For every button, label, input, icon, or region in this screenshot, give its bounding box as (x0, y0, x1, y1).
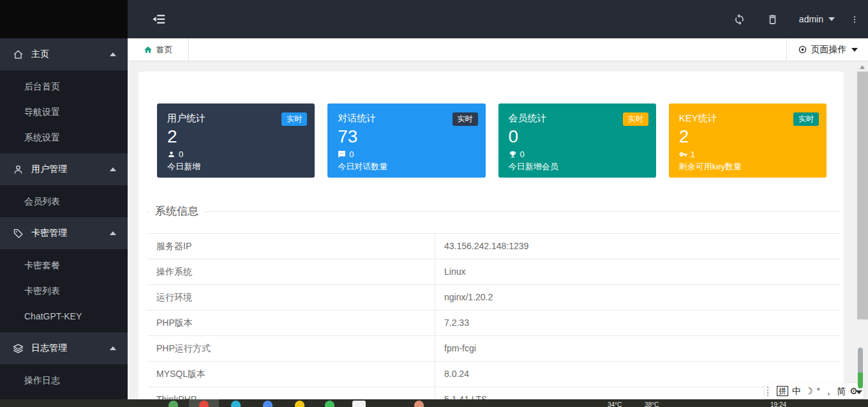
realtime-badge: 实时 (793, 112, 819, 126)
collapse-sidebar-icon[interactable] (152, 12, 166, 26)
stat-card-title: 对话统计 (338, 112, 376, 123)
taskbar-temperature[interactable]: 38°C (645, 401, 659, 407)
user-menu[interactable]: admin (799, 14, 835, 24)
realtime-badge: 实时 (281, 112, 307, 126)
taskbar-app-icon[interactable] (168, 401, 178, 407)
row-value: Linux (435, 259, 840, 284)
user-icon (167, 150, 176, 158)
scroll-thumb-mini[interactable] (858, 348, 863, 388)
content-panel: 用户统计 实时 2 0 今日新增 对话统计 实时 73 0 (138, 72, 844, 407)
admin-dashboard-screen: 主页 后台首页 导航设置 系统设置 用户管理 会员列表 卡密管理 卡密套餐 卡密… (0, 0, 868, 407)
sidebar-section-home[interactable]: 主页 (0, 38, 128, 70)
row-value: fpm-fcgi (435, 336, 840, 361)
chevron-up-icon (110, 167, 116, 171)
ime-chinese-mode[interactable]: 中 (792, 385, 801, 397)
topbar-actions: admin (733, 0, 868, 38)
moon-icon[interactable]: ☽ (805, 385, 813, 397)
taskbar-app-icon[interactable] (325, 401, 334, 407)
chevron-up-icon (110, 346, 116, 350)
refresh-icon[interactable] (733, 13, 745, 26)
taskbar-app-icon[interactable] (295, 401, 304, 407)
row-label: 操作系统 (147, 259, 435, 284)
stat-card-sublabel: 今日新增会员 (509, 161, 646, 173)
user-icon (13, 164, 24, 175)
table-row: 运行环境 nginx/1.20.2 (147, 284, 840, 310)
sidebar: 主页 后台首页 导航设置 系统设置 用户管理 会员列表 卡密管理 卡密套餐 卡密… (0, 0, 128, 407)
scroll-down-arrow-icon[interactable] (856, 390, 862, 394)
taskbar-app-icon[interactable] (231, 401, 241, 407)
sidebar-section-logs[interactable]: 日志管理 (0, 332, 128, 364)
ime-toolbar: 拼 中 ☽ ° ， 简 ⚙ (765, 383, 864, 399)
row-value: 7.2.33 (435, 311, 840, 335)
stat-card-value: 0 (509, 127, 646, 147)
realtime-badge: 实时 (453, 112, 478, 126)
row-value: nginx/1.20.2 (435, 285, 840, 310)
topbar: admin (128, 0, 868, 38)
row-label: MYSQL版本 (147, 362, 435, 387)
stat-card-chats: 对话统计 实时 73 0 今日对话数量 (327, 104, 485, 178)
taskbar-app-icon[interactable] (199, 401, 209, 407)
stat-card-value: 2 (167, 127, 304, 147)
sidebar-item-system-settings[interactable]: 系统设置 (0, 125, 128, 150)
sidebar-section-cardkeys[interactable]: 卡密管理 (0, 217, 128, 249)
row-label: 运行环境 (147, 285, 435, 310)
username: admin (799, 14, 823, 24)
stat-card-subvalue: 0 (349, 150, 354, 159)
scroll-up-arrow-icon[interactable] (860, 65, 865, 69)
scrollbar-thumb[interactable] (857, 72, 868, 319)
stat-card-keys: KEY统计 实时 2 1 剩余可用key数量 (669, 104, 827, 178)
sidebar-section-users[interactable]: 用户管理 (0, 153, 128, 185)
stat-card-value: 73 (338, 127, 475, 147)
stat-card-members: 会员统计 实时 0 0 今日新增会员 (498, 104, 656, 178)
system-info-table: 服务器IP 43.156.242.148:1239 操作系统 Linux 运行环… (147, 233, 840, 407)
sidebar-item-card-list[interactable]: 卡密列表 (0, 278, 128, 303)
home-icon (144, 45, 153, 54)
sidebar-item-chatgpt-key[interactable]: ChatGPT-KEY (0, 303, 128, 329)
page-actions-dropdown[interactable]: 页面操作 (786, 38, 868, 61)
taskbar-app-icon[interactable] (352, 401, 366, 407)
sidebar-item-card-packages[interactable]: 卡密套餐 (0, 252, 128, 278)
taskbar: 34°C 38°C 19:24 (0, 399, 868, 407)
stat-card-title: 用户统计 (167, 112, 206, 123)
sidebar-item-nav-settings[interactable]: 导航设置 (0, 99, 128, 125)
sidebar-section-label: 主页 (31, 49, 49, 60)
sidebar-item-backend-home[interactable]: 后台首页 (0, 73, 128, 99)
row-label: PHP运行方式 (147, 336, 435, 361)
stat-card-subvalue: 0 (520, 150, 525, 159)
taskbar-temperature[interactable]: 34°C (608, 401, 622, 407)
system-info-title: 系统信息 (150, 204, 204, 219)
realtime-badge: 实时 (623, 112, 648, 126)
taskbar-app-icon[interactable] (414, 401, 424, 407)
main-content: 用户统计 实时 2 0 今日新增 对话统计 实时 73 0 (128, 61, 857, 407)
sidebar-group-cardkeys: 卡密套餐 卡密列表 ChatGPT-KEY (0, 249, 128, 332)
sidebar-section-label: 日志管理 (31, 342, 67, 354)
system-info-divider: 系统信息 (147, 211, 840, 212)
sidebar-item-member-list[interactable]: 会员列表 (0, 188, 128, 214)
stat-card-value: 2 (679, 127, 816, 147)
stat-card-title: KEY统计 (679, 112, 717, 123)
drag-handle-icon[interactable] (767, 387, 770, 396)
table-row: PHP版本 7.2.33 (147, 310, 840, 335)
taskbar-app-icon[interactable] (263, 401, 273, 407)
sidebar-group-home: 后台首页 导航设置 系统设置 (0, 70, 128, 153)
tag-icon (13, 228, 24, 239)
ime-simplified-toggle[interactable]: 简 (837, 385, 846, 397)
ime-punctuation-toggle[interactable]: ， (824, 385, 833, 397)
home-icon (13, 49, 24, 60)
stat-card-subvalue: 0 (179, 150, 183, 159)
chevron-down-icon (851, 48, 858, 52)
sidebar-group-users: 会员列表 (0, 185, 128, 217)
sidebar-item-operation-log[interactable]: 操作日志 (0, 367, 128, 393)
stat-card-sublabel: 剩余可用key数量 (679, 161, 816, 173)
kebab-menu-icon[interactable] (850, 13, 859, 26)
stat-card-sublabel: 今日新增 (167, 161, 304, 173)
sidebar-section-label: 用户管理 (31, 164, 67, 175)
tab-home[interactable]: 首页 (128, 38, 189, 61)
row-label: PHP版本 (147, 311, 435, 335)
trash-icon[interactable] (767, 13, 779, 26)
chevron-down-icon (828, 17, 835, 21)
taskbar-clock[interactable]: 19:24 (770, 401, 786, 407)
page-actions-label: 页面操作 (811, 44, 847, 56)
ime-pinyin-toggle[interactable]: 拼 (777, 386, 788, 396)
ime-fullwidth-toggle[interactable]: ° (817, 385, 821, 397)
